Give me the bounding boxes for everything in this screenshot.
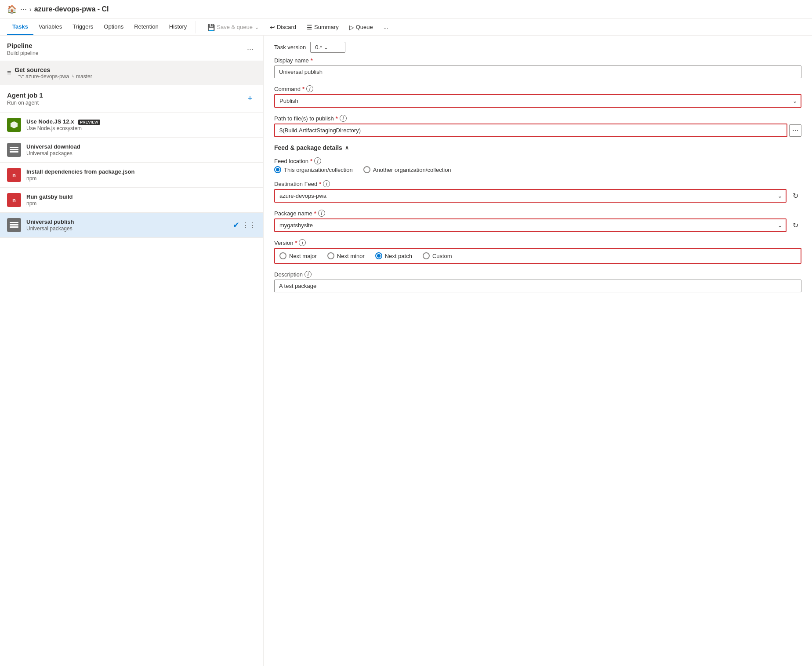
version-label-custom: Custom <box>432 253 452 259</box>
svg-marker-0 <box>11 121 18 128</box>
task-icon-npm2: n <box>7 193 21 207</box>
package-name-label: Package name * i <box>274 210 801 217</box>
agent-job-section: Agent job 1 Run on agent + <box>0 85 263 113</box>
path-label: Path to file(s) to publish * i <box>274 115 801 122</box>
pipeline-title: Pipeline <box>7 42 38 49</box>
package-name-info-icon[interactable]: i <box>318 210 325 217</box>
save-queue-label: Save & queue <box>217 24 253 30</box>
section-title: Feed & package details <box>274 144 342 151</box>
get-sources-section: ≡ Get sources ⌥ azure-devops-pwa ⑂ maste… <box>0 61 263 85</box>
destination-feed-refresh-btn[interactable]: ↻ <box>789 190 801 202</box>
description-input[interactable] <box>274 280 801 292</box>
description-group: Description i <box>274 271 801 292</box>
task-icon-npm: n <box>7 168 21 182</box>
feed-location-label: Feed location * i <box>274 157 801 164</box>
tab-tasks[interactable]: Tasks <box>7 19 33 35</box>
task-item[interactable]: Use Node.JS 12.x PREVIEW Use Node.js eco… <box>0 113 263 138</box>
task-version-row: Task version 0.* ⌄ <box>274 36 801 57</box>
path-row: ⋯ <box>274 124 801 137</box>
tab-retention[interactable]: Retention <box>129 19 164 35</box>
queue-btn[interactable]: ▷ Queue <box>345 21 377 33</box>
feed-location-this-org[interactable]: This organization/collection <box>274 166 353 173</box>
task-name: Universal publish <box>26 218 228 225</box>
right-panel: Task version 0.* ⌄ Display name * Comman… <box>264 36 812 666</box>
section-header[interactable]: Feed & package details ∧ <box>274 144 801 151</box>
task-version-select[interactable]: 0.* ⌄ <box>310 42 345 53</box>
package-name-select[interactable]: mygatsbysite <box>274 218 787 232</box>
task-icon-download <box>7 143 21 157</box>
task-name: Install dependencies from package.json <box>26 168 256 175</box>
summary-icon: ☰ <box>307 24 312 31</box>
task-item[interactable]: n Install dependencies from package.json… <box>0 163 263 188</box>
agent-job-info: Agent job 1 Run on agent <box>7 91 43 106</box>
get-sources-info: Get sources ⌥ azure-devops-pwa ⑂ master <box>14 66 92 80</box>
tab-variables[interactable]: Variables <box>33 19 67 35</box>
queue-icon: ▷ <box>349 24 354 31</box>
required-marker: * <box>311 57 313 64</box>
task-name: Use Node.JS 12.x PREVIEW <box>26 118 256 125</box>
task-info: Use Node.JS 12.x PREVIEW Use Node.js eco… <box>26 118 256 131</box>
svg-rect-6 <box>10 226 18 228</box>
version-radio-wrap: Next major Next minor Next patch Cu <box>274 248 801 264</box>
version-next-minor[interactable]: Next minor <box>327 252 365 259</box>
radio-label: Another organization/collection <box>373 167 451 173</box>
feed-location-another-org[interactable]: Another organization/collection <box>363 166 451 173</box>
task-actions: ✔ ⋮⋮ <box>233 220 256 230</box>
pipeline-info: Pipeline Build pipeline <box>7 42 38 56</box>
add-task-btn[interactable]: + <box>244 93 256 105</box>
version-custom[interactable]: Custom <box>423 252 452 259</box>
version-label: Version * i <box>274 239 801 246</box>
package-name-refresh-btn[interactable]: ↻ <box>789 219 801 232</box>
destination-feed-row: azure-devops-pwa ⌄ ↻ <box>274 189 801 203</box>
path-group: Path to file(s) to publish * i ⋯ <box>274 115 801 137</box>
version-next-major[interactable]: Next major <box>279 252 317 259</box>
pipeline-more-btn[interactable]: ... <box>244 42 256 53</box>
command-info-icon[interactable]: i <box>306 85 313 92</box>
tab-triggers[interactable]: Triggers <box>67 19 98 35</box>
task-item[interactable]: Universal download Universal packages <box>0 138 263 163</box>
task-item-selected[interactable]: Universal publish Universal packages ✔ ⋮… <box>0 213 263 238</box>
path-menu-btn[interactable]: ⋯ <box>789 124 801 137</box>
task-drag-icon[interactable]: ⋮⋮ <box>242 221 256 229</box>
get-sources-title: Get sources <box>14 66 92 73</box>
nav-divider <box>196 21 196 33</box>
description-info-icon[interactable]: i <box>304 271 312 278</box>
task-name: Universal download <box>26 143 256 150</box>
feed-location-info-icon[interactable]: i <box>314 157 321 164</box>
version-info-icon[interactable]: i <box>299 239 306 246</box>
save-queue-btn[interactable]: 💾 Save & queue ⌄ <box>203 21 264 33</box>
discard-icon: ↩ <box>270 24 275 31</box>
discard-btn[interactable]: ↩ Discard <box>265 21 301 33</box>
header-more-btn[interactable]: ··· <box>20 5 27 14</box>
version-label-patch: Next patch <box>385 253 412 259</box>
more-label: ... <box>384 24 388 30</box>
pipeline-section: Pipeline Build pipeline ... <box>0 36 263 61</box>
destination-feed-info-icon[interactable]: i <box>323 180 330 187</box>
header: 🏠 ··· › azure-devops-pwa - CI <box>0 0 812 19</box>
command-label: Command * i <box>274 85 801 92</box>
destination-feed-wrap: azure-devops-pwa ⌄ <box>274 189 787 203</box>
save-queue-chevron: ⌄ <box>254 24 259 30</box>
summary-btn[interactable]: ☰ Summary <box>302 21 343 33</box>
more-btn[interactable]: ... <box>379 21 393 33</box>
destination-feed-select[interactable]: azure-devops-pwa <box>274 189 787 203</box>
path-info-icon[interactable]: i <box>340 115 347 122</box>
tab-options[interactable]: Options <box>98 19 129 35</box>
get-sources-meta: ⌥ azure-devops-pwa ⑂ master <box>18 73 92 80</box>
feed-location-radio-group: This organization/collection Another org… <box>274 166 801 173</box>
command-group: Command * i Publish Download ⌄ <box>274 85 801 108</box>
main-layout: Pipeline Build pipeline ... ≡ Get source… <box>0 36 812 666</box>
version-next-patch[interactable]: Next patch <box>375 252 412 259</box>
path-input[interactable] <box>274 124 787 137</box>
required-marker: * <box>302 86 304 92</box>
command-select[interactable]: Publish Download <box>274 94 801 108</box>
radio-label: This organization/collection <box>284 167 353 173</box>
tab-history[interactable]: History <box>164 19 192 35</box>
radio-circle-selected <box>375 252 382 259</box>
path-input-wrap <box>274 124 787 137</box>
task-item[interactable]: n Run gatsby build npm <box>0 188 263 213</box>
destination-feed-label: Destination Feed * i <box>274 180 801 187</box>
task-info: Install dependencies from package.json n… <box>26 168 256 182</box>
radio-circle <box>327 252 334 259</box>
display-name-input[interactable] <box>274 65 801 78</box>
